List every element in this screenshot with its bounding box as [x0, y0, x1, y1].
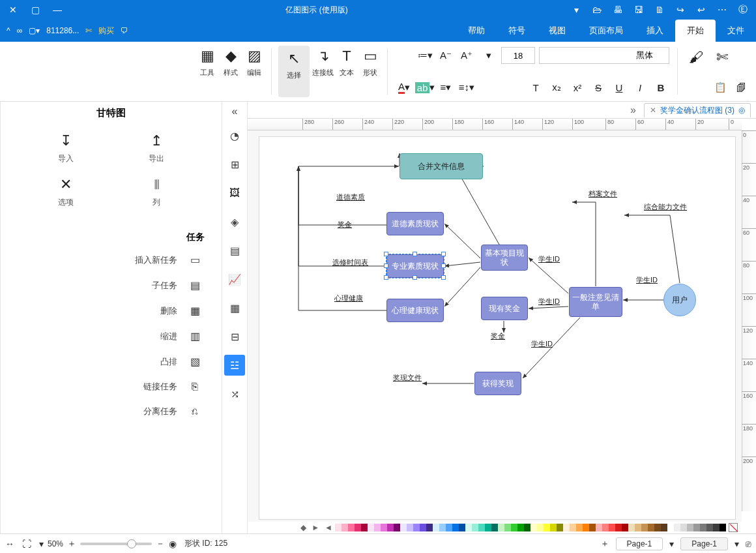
flow-node-scholar[interactable]: 现有奖金 — [481, 297, 528, 320]
format-painter-icon[interactable]: 🖌 — [686, 47, 706, 68]
canvas-page[interactable]: 用户一般注意见清单合并文件信息基本项目现状现有奖金获得奖现道德素质现状专业素质现… — [259, 137, 735, 519]
left-collapse-icon[interactable]: « — [232, 106, 238, 117]
swatch[interactable] — [570, 524, 576, 531]
task-unlink[interactable]: ⎌分离任务 — [1, 399, 222, 424]
swatch[interactable] — [706, 524, 713, 531]
flow-node-merge[interactable]: 合并文件信息 — [400, 153, 483, 179]
window-close-button[interactable]: ✕ — [4, 1, 22, 19]
zoom-in-icon[interactable]: ＋ — [67, 538, 76, 550]
swatch[interactable] — [491, 524, 498, 531]
swatch[interactable] — [439, 524, 446, 531]
swatch[interactable] — [628, 524, 635, 531]
window-maximize-button[interactable]: ▢ — [26, 1, 44, 19]
tool-random[interactable]: ⤮ — [224, 383, 245, 404]
swatch[interactable] — [381, 524, 387, 531]
page-menu-icon[interactable]: ▾ — [669, 539, 674, 549]
tool-clipboard[interactable]: ▤ — [224, 240, 245, 261]
strikethrough-icon[interactable]: S — [590, 79, 607, 96]
cut-icon[interactable]: ✄ — [712, 47, 733, 68]
bullets-icon[interactable]: ≔▾ — [416, 47, 433, 64]
page-list-icon[interactable]: ▾ — [734, 539, 739, 549]
tab-view[interactable]: 视图 — [537, 20, 577, 42]
swatch[interactable] — [355, 524, 361, 531]
swatch[interactable] — [576, 524, 583, 531]
swatch[interactable] — [589, 524, 596, 531]
swatch[interactable] — [713, 524, 720, 531]
select-tool[interactable]: ↖选择 — [278, 46, 310, 97]
selection-handle[interactable] — [441, 263, 446, 268]
flow-node-form[interactable]: 一般注意见清单 — [569, 287, 622, 317]
font-size-input[interactable] — [501, 47, 535, 64]
pages-layout-icon[interactable]: ⎚ — [746, 539, 751, 549]
zoom-actual-icon[interactable]: ◉ — [169, 539, 177, 549]
qat-undo-icon[interactable]: ↩ — [692, 1, 710, 19]
flow-node-moral[interactable]: 道德素质现状 — [386, 212, 444, 235]
qat-new-icon[interactable]: 🗎 — [650, 1, 669, 19]
style-tool[interactable]: ◆样式 — [220, 46, 241, 97]
swatch[interactable] — [426, 524, 433, 531]
copy-icon[interactable]: 🗐 — [733, 79, 749, 96]
shape-tool[interactable]: ▭形状 — [360, 46, 381, 97]
swatch[interactable] — [602, 524, 609, 531]
share-icon[interactable]: ∞ — [17, 26, 23, 35]
tools-tool[interactable]: ▦工具 — [197, 46, 218, 97]
tool-layers[interactable]: ◈ — [224, 211, 245, 232]
font-size-dropdown-icon[interactable]: ▾ — [480, 47, 497, 64]
tool-image[interactable]: 🖼 — [224, 183, 245, 203]
tab-help[interactable]: 帮助 — [456, 20, 497, 42]
swatch[interactable] — [400, 524, 407, 531]
font-decrease-icon[interactable]: A⁻ — [437, 47, 454, 64]
color-palette[interactable]: ◄ ► ◆ — [248, 522, 742, 533]
swatch[interactable] — [641, 524, 648, 531]
swatch[interactable] — [368, 524, 374, 531]
selection-handle[interactable] — [441, 252, 446, 256]
swatch[interactable] — [622, 524, 628, 531]
font-increase-icon[interactable]: A⁺ — [458, 47, 475, 64]
swatch[interactable] — [498, 524, 504, 531]
swatch[interactable] — [524, 524, 531, 531]
swatch[interactable] — [361, 524, 368, 531]
swatch[interactable] — [465, 524, 472, 531]
font-family-select[interactable] — [539, 47, 669, 64]
page-tab-1[interactable]: Page-1 — [680, 537, 728, 550]
superscript-icon[interactable]: x² — [569, 79, 586, 96]
zoom-out-icon[interactable]: － — [156, 538, 165, 550]
flow-node-pro[interactable]: 专业素质现状 — [386, 254, 444, 278]
zoom-dropdown-icon[interactable]: ▾ — [39, 539, 44, 549]
palette-left-icon[interactable]: ◄ — [322, 523, 335, 532]
window-minimize-button[interactable]: — — [48, 1, 66, 19]
swatch[interactable] — [544, 524, 550, 531]
swatch[interactable] — [394, 524, 400, 531]
swatch[interactable] — [485, 524, 491, 531]
tab-layout[interactable]: 页面布局 — [577, 20, 635, 42]
page-tab-active[interactable]: Page-1 — [616, 537, 663, 550]
template-icon[interactable]: ▢▾ — [29, 26, 40, 35]
selection-handle[interactable] — [413, 252, 417, 256]
side-columns[interactable]: ⦀列 — [114, 176, 199, 208]
swatch[interactable] — [517, 524, 524, 531]
swatch[interactable] — [654, 524, 661, 531]
tab-start[interactable]: 开始 — [675, 20, 716, 42]
align-icon[interactable]: ≡▾ — [437, 79, 454, 96]
swatch[interactable] — [511, 524, 517, 531]
tool-fill[interactable]: ◔ — [224, 125, 245, 146]
paste-icon[interactable]: 📋 — [712, 79, 729, 96]
swatch[interactable] — [583, 524, 589, 531]
right-collapse-icon[interactable]: » — [626, 104, 640, 116]
flow-node-user[interactable]: 用户 — [663, 284, 696, 316]
swatch[interactable] — [661, 524, 667, 531]
task-outdent[interactable]: ▧凸排 — [1, 349, 222, 374]
tool-chart[interactable]: 📈 — [224, 269, 245, 290]
swatch[interactable] — [342, 524, 348, 531]
swatch[interactable] — [374, 524, 381, 531]
swatch[interactable] — [433, 524, 439, 531]
underline-icon[interactable]: U — [611, 79, 628, 96]
swatch[interactable] — [700, 524, 706, 531]
scissors-icon[interactable]: ✄ — [85, 26, 92, 35]
selection-handle[interactable] — [441, 275, 446, 280]
upgrade-button[interactable]: 购买 — [98, 25, 114, 37]
swatch[interactable] — [407, 524, 413, 531]
add-page-icon[interactable]: ＋ — [600, 538, 609, 550]
fullscreen-icon[interactable]: ⛶ — [22, 539, 31, 549]
swatch[interactable] — [609, 524, 615, 531]
